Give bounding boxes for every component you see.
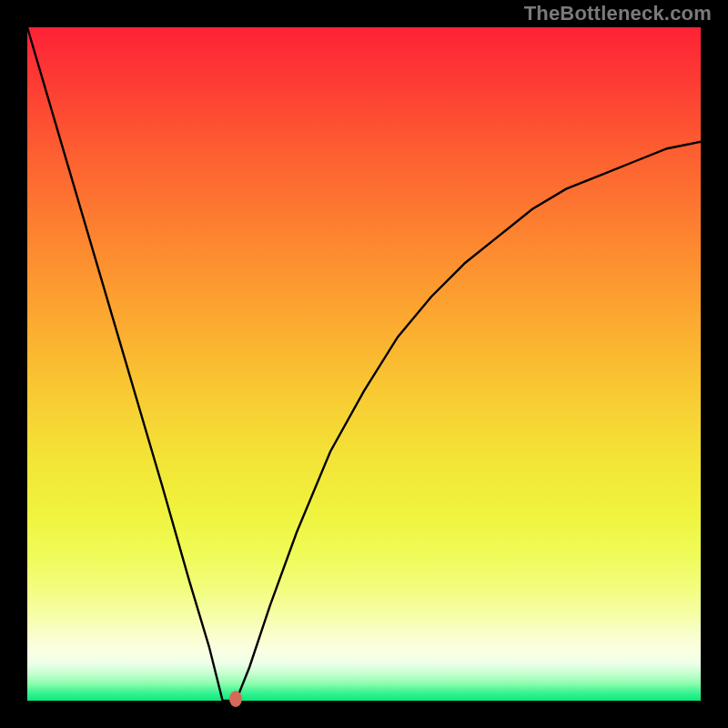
chart-frame: TheBottleneck.com — [0, 0, 728, 728]
plot-area — [27, 27, 701, 701]
bottleneck-curve — [27, 27, 701, 701]
notch-marker-dot — [229, 691, 242, 707]
watermark-text: TheBottleneck.com — [524, 2, 712, 25]
